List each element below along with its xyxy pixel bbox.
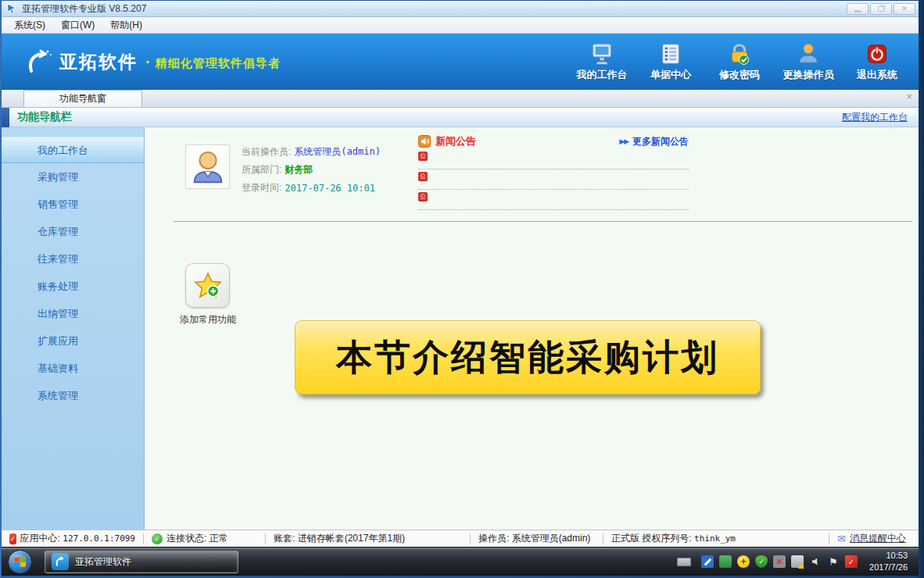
login-time-label: 登录时间: (242, 181, 281, 194)
status-bar: ✓ 应用中心: 127.0.0.1:7099 ✓ 连接状态: 正常 账套: 进销… (2, 530, 919, 547)
star-plus-icon (193, 271, 223, 301)
shield-icon[interactable]: ✓ (755, 555, 768, 568)
department-label: 所属部门: (242, 163, 281, 177)
switch-operator-label: 更换操作员 (783, 68, 834, 82)
document-list-icon (659, 42, 682, 66)
status-operator-label: 操作员: (478, 532, 509, 545)
sidebar-item-contacts[interactable]: 往来管理 (2, 245, 144, 273)
tab-bar: 功能导航窗 × (2, 90, 919, 108)
minimize-button[interactable] (847, 3, 868, 15)
close-button[interactable]: ✕ (894, 3, 915, 15)
status-connection: ✓ 连接状态: 正常 (144, 533, 266, 544)
nav-header-strip: 功能导航栏 配置我的工作台 (2, 108, 919, 127)
tab-close-icon[interactable]: × (906, 91, 912, 102)
add-favorite-button[interactable] (185, 263, 230, 308)
change-password-label: 修改密码 (719, 68, 760, 82)
news-panel: 新闻公告 ▶▶ 更多新闻公告 公 公 公 (418, 134, 689, 210)
sidebar-item-sales[interactable]: 销售管理 (2, 191, 144, 218)
clock-date: 2017/7/26 (869, 562, 908, 573)
sidebar-item-warehouse[interactable]: 仓库管理 (2, 218, 144, 245)
brand-logo-text: 亚拓软件 (59, 50, 138, 74)
yato-logo-icon (25, 48, 53, 76)
menu-help[interactable]: 帮助(H) (102, 17, 150, 33)
sidebar-item-workbench[interactable]: 我的工作台 (2, 137, 144, 163)
workbench-label: 我的工作台 (577, 68, 628, 82)
news-item[interactable]: 公 (418, 169, 689, 190)
section-divider (174, 221, 912, 222)
brand-header: 亚拓软件 · 精细化管理软件倡导者 我的工作台 (2, 34, 919, 90)
desktop-screen: 亚拓管理软件专业版 V8.5.207 ✕ 系统(S) 窗口(W) 帮助(H) 亚… (0, 0, 924, 578)
more-news-link[interactable]: ▶▶ 更多新闻公告 (619, 135, 689, 148)
sidebar-item-purchase[interactable]: 采购管理 (2, 163, 144, 191)
speaker-tray-icon[interactable] (809, 555, 822, 568)
lock-check-icon (728, 42, 751, 66)
start-button[interactable] (8, 550, 32, 574)
yato-taskbar-icon (52, 553, 69, 570)
connection-label: 连接状态: (167, 532, 206, 545)
announcement-icon: 公 (418, 152, 428, 161)
menu-window[interactable]: 窗口(W) (53, 17, 102, 33)
operator-value: 系统管理员(admin) (294, 145, 381, 159)
connection-ok-icon: ✓ (152, 533, 163, 544)
message-center-link[interactable]: ✉ 消息提醒中心 (829, 533, 919, 544)
sidebar-item-cashier[interactable]: 出纳管理 (2, 300, 144, 327)
announcement-icon: 公 (418, 172, 428, 181)
announcement-icon: 公 (418, 192, 428, 202)
add-favorite-label: 添加常用功能 (160, 313, 256, 326)
login-time-value: 2017-07-26 10:01 (285, 183, 375, 194)
sidebar-item-basic-data[interactable]: 基础资料 (2, 355, 144, 382)
system-tray: + ✓ ✕ ⚑ ✓ 10:53 2017/7/26 (677, 550, 919, 573)
power-icon (865, 42, 889, 66)
news-item[interactable]: 公 (418, 149, 689, 169)
promo-banner: 本节介绍智能采购计划 (295, 320, 761, 394)
operator-avatar (185, 144, 230, 189)
operator-label: 当前操作员: (242, 145, 291, 159)
configure-workbench-link[interactable]: 配置我的工作台 (842, 111, 908, 124)
status-license: 正式版 授权序列号: think_ym (603, 533, 829, 544)
status-operator-value: 系统管理员(admin) (512, 532, 591, 545)
sidebar-item-system[interactable]: 系统管理 (2, 382, 144, 409)
taskbar-clock[interactable]: 10:53 2017/7/26 (869, 550, 911, 573)
switch-operator-button[interactable]: 更换操作员 (778, 42, 839, 82)
news-title: 新闻公告 (435, 134, 476, 148)
updater-icon[interactable]: + (737, 555, 750, 568)
yato-app-icon[interactable]: ✓ (845, 555, 858, 568)
keyboard-icon[interactable] (677, 558, 691, 566)
speaker-icon (418, 135, 431, 148)
app-center-label: 应用中心: (20, 532, 60, 545)
exit-system-button[interactable]: 退出系统 (847, 42, 908, 82)
sidebar-item-accounting[interactable]: 账务处理 (2, 273, 144, 300)
flag-icon[interactable]: ⚑ (827, 555, 840, 568)
monitor-icon (590, 42, 614, 66)
plug-error-icon[interactable]: ✕ (773, 555, 786, 568)
sidebar: 我的工作台 采购管理 销售管理 仓库管理 往来管理 账务处理 出纳管理 扩展应用… (2, 127, 145, 530)
window-title: 亚拓管理软件专业版 V8.5.207 (22, 2, 146, 16)
window-title-bar: 亚拓管理软件专业版 V8.5.207 ✕ (2, 1, 919, 17)
app-window-icon (6, 3, 18, 15)
status-operator: 操作员: 系统管理员(admin) (471, 533, 603, 544)
document-center-button[interactable]: 单据中心 (640, 42, 701, 82)
nav-accent-bar (2, 108, 9, 127)
promo-banner-text: 本节介绍智能采购计划 (336, 334, 719, 382)
tab-nav-window[interactable]: 功能导航窗 (23, 90, 142, 107)
workbench-button[interactable]: 我的工作台 (571, 42, 632, 82)
account-set-value: 进销存帐套(2017年第1期) (298, 532, 405, 545)
menu-bar: 系统(S) 窗口(W) 帮助(H) (2, 17, 919, 34)
clock-time: 10:53 (869, 550, 908, 562)
menu-system[interactable]: 系统(S) (6, 17, 53, 33)
exit-system-label: 退出系统 (857, 68, 897, 82)
avatar-icon (190, 149, 226, 185)
change-password-button[interactable]: 修改密码 (709, 42, 770, 82)
restore-button[interactable] (870, 3, 892, 15)
sidebar-item-extensions[interactable]: 扩展应用 (2, 327, 144, 355)
news-item[interactable]: 公 (418, 190, 689, 210)
network-warning-icon[interactable] (791, 555, 804, 568)
nav-title: 功能导航栏 (17, 110, 72, 124)
wrench-icon[interactable] (701, 555, 714, 568)
workspace-content: 当前操作员: 系统管理员(admin) 所属部门: 财务部 登录时间: 2017… (145, 127, 919, 530)
taskbar-app-button[interactable]: 亚拓管理软件 (45, 551, 238, 573)
more-news-label: 更多新闻公告 (632, 135, 689, 148)
package-icon[interactable] (719, 555, 732, 568)
connection-value: 正常 (210, 532, 228, 545)
document-center-label: 单据中心 (650, 68, 691, 82)
